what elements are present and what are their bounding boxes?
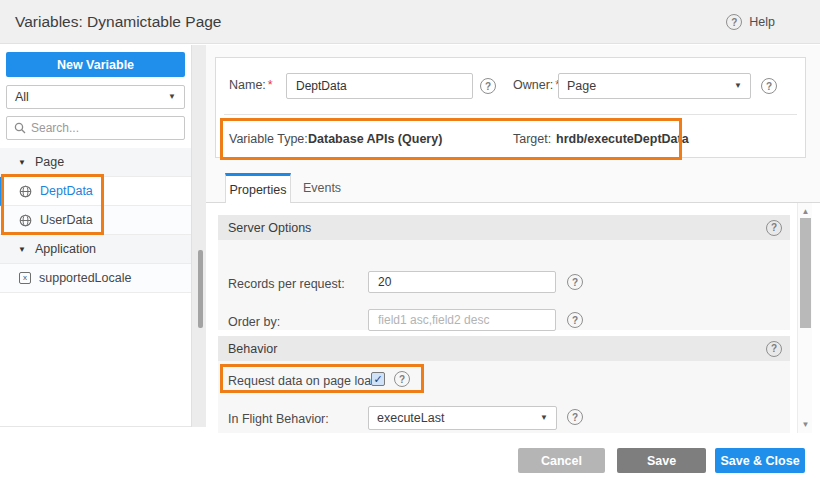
content-scrollbar-thumb[interactable] <box>800 218 811 328</box>
behavior-help-icon[interactable]: ? <box>766 341 782 357</box>
records-per-request-input[interactable] <box>368 271 556 293</box>
sidebar-scrollbar-track[interactable] <box>191 45 206 427</box>
server-options-help-icon[interactable]: ? <box>766 220 782 236</box>
search-input[interactable] <box>31 121 184 135</box>
content-scrollbar[interactable]: ▲ ▼ <box>797 203 812 433</box>
tree-group-application[interactable]: ▼ Application <box>0 235 191 264</box>
owner-select[interactable]: Page ▼ <box>558 73 751 99</box>
variables-sidebar: New Variable All ▼ ▼ Page <box>0 45 191 427</box>
request-data-help-icon[interactable]: ? <box>394 371 410 387</box>
variable-type-value: Database APIs (Query) <box>308 132 442 146</box>
tree-item-userdata[interactable]: UserData <box>0 206 191 235</box>
scroll-up-icon[interactable]: ▲ <box>798 207 813 216</box>
variables-dialog: Variables: Dynamictable Page ? Help New … <box>0 0 820 488</box>
locale-icon: x <box>19 272 31 284</box>
target-label: Target: <box>513 132 551 146</box>
tab-properties-label: Properties <box>230 183 287 197</box>
caret-down-icon: ▼ <box>540 414 556 422</box>
inflight-help-icon[interactable]: ? <box>567 409 583 425</box>
owner-value: Page <box>559 79 734 93</box>
help-label: Help <box>749 15 775 29</box>
dialog-header: Variables: Dynamictable Page ? Help <box>0 0 820 44</box>
request-data-checkbox[interactable]: ✓ <box>371 372 385 386</box>
tree-group-label: Application <box>35 242 96 256</box>
card-divider <box>224 114 797 115</box>
variables-tree: ▼ Page DeptData <box>0 148 191 293</box>
tab-events-label: Events <box>303 181 341 195</box>
locale-icon-glyph: x <box>23 273 27 283</box>
caret-down-icon: ▼ <box>168 93 184 101</box>
caret-down-icon: ▼ <box>18 245 26 254</box>
owner-help-icon[interactable]: ? <box>761 78 777 94</box>
records-help-icon[interactable]: ? <box>567 274 583 290</box>
tree-item-supportedlocale[interactable]: x supportedLocale <box>0 264 191 293</box>
server-options-body: Records per request: ? Order by: ? <box>218 240 790 330</box>
variable-search-box[interactable] <box>6 116 185 140</box>
globe-icon <box>19 185 32 198</box>
dialog-footer: Cancel Save Save & Close <box>0 433 820 488</box>
target-value: hrdb/executeDeptData <box>556 132 689 146</box>
save-and-close-button[interactable]: Save & Close <box>715 448 805 473</box>
name-label: Name:* <box>229 78 273 92</box>
check-icon: ✓ <box>373 373 382 386</box>
search-icon <box>14 122 26 134</box>
variable-type-label: Variable Type: <box>229 132 308 146</box>
inflight-behavior-select[interactable]: executeLast ▼ <box>368 406 557 430</box>
server-options-section: Server Options ? Records per request: ? … <box>218 215 790 330</box>
variable-filter-select[interactable]: All ▼ <box>6 85 185 109</box>
variable-summary-card: Name:* ? Owner:* Page ▼ ? Variable Type:… <box>215 57 806 158</box>
caret-down-icon: ▼ <box>18 158 26 167</box>
server-options-header: Server Options ? <box>218 215 790 240</box>
new-variable-button[interactable]: New Variable <box>6 52 185 77</box>
tree-item-label: UserData <box>40 213 93 227</box>
caret-down-icon: ▼ <box>734 82 750 90</box>
order-by-help-icon[interactable]: ? <box>567 312 583 328</box>
cancel-button[interactable]: Cancel <box>518 448 605 473</box>
behavior-body: Request data on page load ✓ ? In Flight … <box>218 361 790 433</box>
records-per-request-label: Records per request: <box>228 277 345 291</box>
sidebar-scrollbar-thumb[interactable] <box>198 250 203 328</box>
owner-label: Owner:* <box>513 78 560 92</box>
globe-icon <box>19 214 32 227</box>
request-data-label: Request data on page load <box>228 374 378 388</box>
inflight-behavior-label: In Flight Behavior: <box>228 412 329 426</box>
required-asterisk: * <box>268 78 273 92</box>
inflight-behavior-value: executeLast <box>369 411 540 425</box>
server-options-title: Server Options <box>228 221 311 235</box>
save-button[interactable]: Save <box>617 448 706 473</box>
tab-properties[interactable]: Properties <box>225 173 291 204</box>
order-by-input[interactable] <box>368 309 556 331</box>
name-help-icon[interactable]: ? <box>480 78 496 94</box>
page-title: Variables: Dynamictable Page <box>15 0 222 44</box>
properties-tab-content: Server Options ? Records per request: ? … <box>206 203 820 433</box>
tree-item-label: supportedLocale <box>39 271 131 285</box>
help-icon: ? <box>726 14 742 30</box>
tree-item-label: DeptData <box>40 184 93 198</box>
behavior-title: Behavior <box>228 342 277 356</box>
name-input[interactable] <box>286 73 473 99</box>
scroll-down-icon[interactable]: ▼ <box>798 420 813 429</box>
tab-bar: Properties Events <box>206 173 820 203</box>
behavior-section: Behavior ? Request data on page load ✓ ?… <box>218 336 790 433</box>
tree-group-page[interactable]: ▼ Page <box>0 148 191 177</box>
help-button[interactable]: ? Help <box>726 0 775 44</box>
tree-group-label: Page <box>35 155 64 169</box>
behavior-header: Behavior ? <box>218 336 790 361</box>
tree-item-deptdata[interactable]: DeptData <box>0 177 191 206</box>
order-by-label: Order by: <box>228 315 280 329</box>
variable-filter-value: All <box>7 90 168 104</box>
tab-events[interactable]: Events <box>291 173 353 203</box>
